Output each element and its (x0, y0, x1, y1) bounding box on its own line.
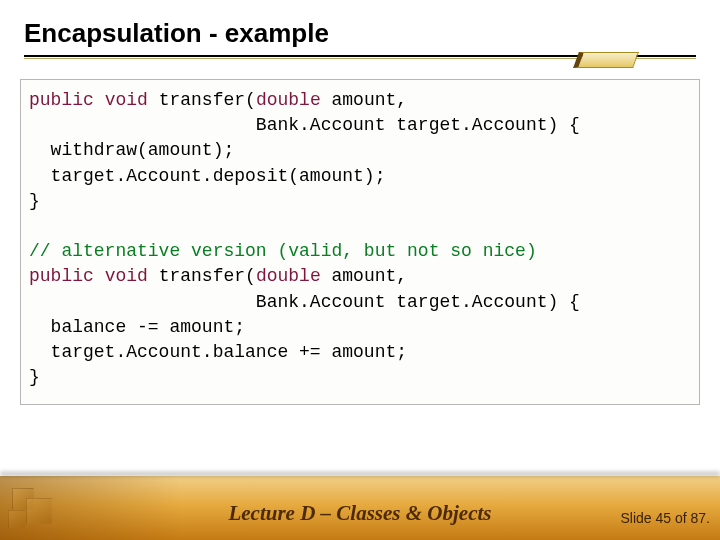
title-underline (24, 55, 696, 63)
code-text: amount, (321, 90, 407, 110)
code-text (94, 90, 105, 110)
footer-band: Lecture D – Classes & Objects Slide 45 o… (0, 476, 720, 540)
code-text: public (29, 90, 94, 110)
code-text: } (29, 191, 40, 211)
code-text: balance -= amount; (29, 317, 245, 337)
code-text: transfer( (148, 90, 256, 110)
code-block: public void transfer(double amount, Bank… (20, 79, 700, 405)
code-text: void (105, 266, 148, 286)
lecture-title: Lecture D – Classes & Objects (0, 501, 720, 526)
code-text: amount, (321, 266, 407, 286)
code-text: double (256, 90, 321, 110)
slide-number: Slide 45 of 87. (620, 510, 710, 526)
title-marker-icon (573, 52, 639, 68)
code-comment: // alternative version (valid, but not s… (29, 241, 537, 261)
code-text: void (105, 90, 148, 110)
slide-title: Encapsulation - example (24, 18, 696, 49)
code-text: public (29, 266, 94, 286)
code-text: target.Account.deposit(amount); (29, 166, 385, 186)
code-text: Bank.Account target.Account) { (29, 115, 580, 135)
code-text: Bank.Account target.Account) { (29, 292, 580, 312)
code-text (94, 266, 105, 286)
code-text: } (29, 367, 40, 387)
code-text: target.Account.balance += amount; (29, 342, 407, 362)
code-text: double (256, 266, 321, 286)
code-text: withdraw(amount); (29, 140, 234, 160)
code-text: transfer( (148, 266, 256, 286)
